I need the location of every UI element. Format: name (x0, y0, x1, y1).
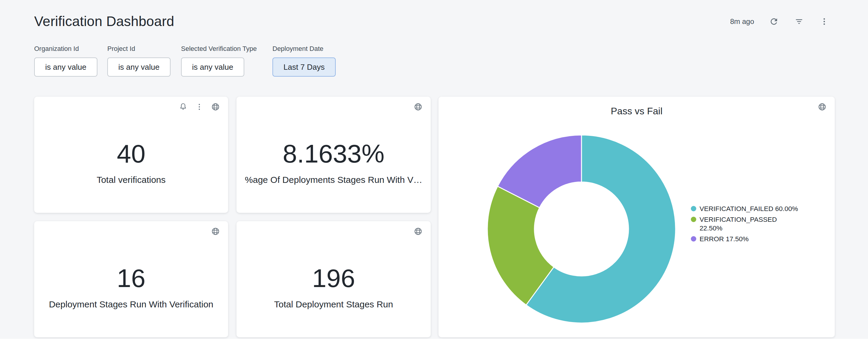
tile-pct-stages-with-verification: 8.1633% %age Of Deployments Stages Run W… (237, 97, 431, 213)
dashboard-page: Verification Dashboard 8m ago Organizati… (0, 0, 868, 343)
filter-project-id: Project Id is any value (107, 45, 170, 77)
tile-icons (413, 101, 424, 112)
kpi-body: 40 Total verifications (34, 97, 228, 213)
explore-globe-button[interactable] (413, 226, 424, 237)
filter-label-deployment-date: Deployment Date (273, 45, 336, 53)
tile-pass-vs-fail: Pass vs Fail VERIFICATION_FAILED 60.00%V… (438, 97, 835, 337)
filter-organization-id: Organization Id is any value (34, 45, 97, 77)
explore-globe-button[interactable] (817, 101, 828, 112)
explore-globe-button[interactable] (413, 101, 424, 112)
filter-chip-organization-id[interactable]: is any value (34, 58, 97, 77)
filter-label-organization-id: Organization Id (34, 45, 97, 53)
last-refreshed-timestamp: 8m ago (730, 18, 754, 26)
filter-deployment-date: Deployment Date Last 7 Days (273, 45, 336, 77)
globe-icon (818, 102, 827, 111)
kpi-body: 8.1633% %age Of Deployments Stages Run W… (237, 97, 431, 213)
kpi-body: 16 Deployment Stages Run With Verificati… (34, 221, 228, 337)
globe-icon (414, 227, 423, 236)
page-bottom-edge (0, 339, 868, 343)
kpi-label: %age Of Deployments Stages Run With V… (245, 175, 422, 185)
globe-icon (414, 102, 423, 111)
kpi-label: Total Deployment Stages Run (274, 299, 393, 309)
tile-icons (178, 101, 221, 112)
legend-color-dot (691, 217, 696, 222)
refresh-button[interactable] (769, 16, 779, 27)
explore-globe-button[interactable] (210, 226, 221, 237)
legend-color-dot (691, 206, 696, 211)
globe-icon (211, 102, 220, 111)
tile-icons (210, 226, 221, 237)
kpi-value: 196 (312, 265, 355, 291)
filter-chip-deployment-date[interactable]: Last 7 Days (273, 58, 336, 77)
dashboard-actions-menu-button[interactable] (819, 16, 830, 27)
kpi-body: 196 Total Deployment Stages Run (237, 221, 431, 337)
legend-label: VERIFICATION_PASSED 22.50% (700, 215, 799, 233)
kebab-menu-icon (195, 102, 204, 111)
legend-color-dot (691, 236, 696, 242)
page-title: Verification Dashboard (34, 13, 174, 29)
tile-total-stages-run: 196 Total Deployment Stages Run (237, 221, 431, 337)
filter-chip-verification-type[interactable]: is any value (181, 58, 244, 77)
kpi-value: 40 (117, 141, 146, 166)
tile-actions-menu-button[interactable] (194, 101, 205, 112)
refresh-icon (769, 17, 779, 26)
explore-globe-button[interactable] (210, 101, 221, 112)
alert-bell-icon (179, 102, 188, 111)
filter-chip-project-id[interactable]: is any value (107, 58, 170, 77)
header-actions: 8m ago (730, 16, 830, 27)
tile-icons (413, 226, 424, 237)
filter-verification-type: Selected Verification Type is any value (181, 45, 257, 77)
kpi-value: 8.1633% (283, 141, 384, 166)
legend-item-verification_failed[interactable]: VERIFICATION_FAILED 60.00% (691, 204, 799, 213)
kpi-label: Deployment Stages Run With Verification (49, 299, 213, 309)
filter-label-project-id: Project Id (107, 45, 170, 53)
alert-bell-button[interactable] (178, 101, 188, 112)
legend-item-verification_passed[interactable]: VERIFICATION_PASSED 22.50% (691, 215, 799, 233)
donut-legend: VERIFICATION_FAILED 60.00%VERIFICATION_P… (691, 204, 799, 245)
globe-icon (211, 227, 220, 236)
kpi-value: 16 (117, 265, 146, 291)
filters-toggle-button[interactable] (794, 16, 804, 27)
filter-label-verification-type: Selected Verification Type (181, 45, 257, 53)
kpi-label: Total verifications (96, 175, 165, 185)
tile-stages-run-with-verification: 16 Deployment Stages Run With Verificati… (34, 221, 228, 337)
tile-icons (817, 101, 828, 112)
kebab-menu-icon (819, 17, 829, 26)
filter-icon (794, 17, 804, 26)
legend-label: VERIFICATION_FAILED 60.00% (700, 204, 798, 213)
legend-item-error[interactable]: ERROR 17.50% (691, 235, 799, 243)
legend-label: ERROR 17.50% (700, 235, 749, 243)
tile-total-verifications: 40 Total verifications (34, 97, 228, 213)
